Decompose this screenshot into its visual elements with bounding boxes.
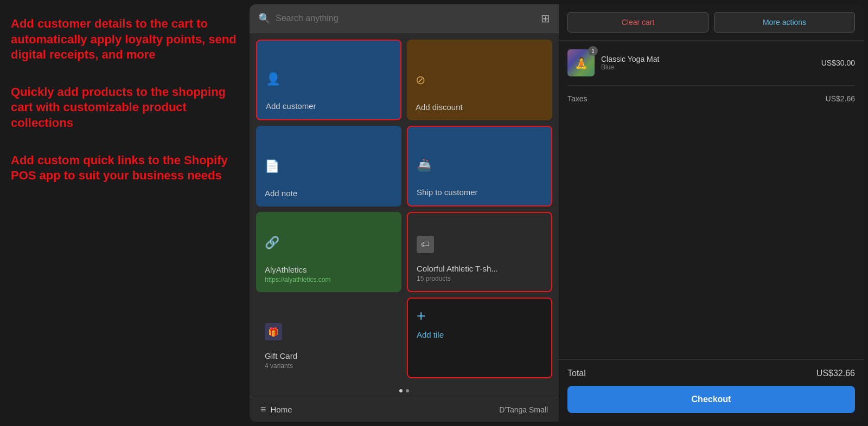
annotation-2: Quickly add products to the shopping car… <box>11 85 239 131</box>
item-details: Classic Yoga Mat Blue <box>601 55 815 71</box>
tile-colorful-label: Colorful Athletic T-sh... <box>417 264 542 273</box>
tile-aly-athletics[interactable]: 🔗 AlyAthletics https://alyathletics.com <box>256 212 401 293</box>
pos-main-panel: 🔍 ⊞ 👤 Add customer ⊘ Add discount 📄 Add … <box>250 4 559 422</box>
ship-icon: 🚢 <box>417 158 542 172</box>
tile-add-note[interactable]: 📄 Add note <box>256 126 401 206</box>
pagination-dot-2[interactable] <box>406 389 409 392</box>
tile-gift-sublabel: 4 variants <box>265 362 393 370</box>
plus-icon: + <box>417 307 425 325</box>
discount-icon: ⊘ <box>416 73 544 87</box>
tile-add-tile[interactable]: + Add tile <box>407 298 552 378</box>
tile-colorful-athletic[interactable]: 🏷 Colorful Athletic T-sh... 15 products <box>407 212 552 293</box>
tile-gift-card[interactable]: 🎁 Gift Card 4 variants <box>256 298 401 378</box>
product-image: 🧘 1 <box>567 49 595 76</box>
tile-ship-to-customer[interactable]: 🚢 Ship to customer <box>407 126 552 206</box>
tile-gift-label: Gift Card <box>265 351 393 360</box>
checkout-button[interactable]: Checkout <box>567 386 855 413</box>
tile-ship-to-customer-label: Ship to customer <box>417 188 542 197</box>
tile-add-note-label: Add note <box>265 189 393 198</box>
nav-home-label: Home <box>271 405 292 414</box>
search-bar: 🔍 ⊞ <box>250 4 559 33</box>
item-quantity-badge: 1 <box>588 46 598 56</box>
search-input[interactable] <box>276 14 535 23</box>
person-icon: 👤 <box>266 72 392 86</box>
tile-add-customer-label: Add customer <box>266 101 392 111</box>
item-variant: Blue <box>601 63 815 71</box>
cart-item: 🧘 1 Classic Yoga Mat Blue US$30.00 <box>567 49 855 76</box>
tile-add-discount-label: Add discount <box>416 102 544 112</box>
taxes-value: US$2.66 <box>826 94 855 103</box>
cart-total-row: Total US$32.66 <box>567 369 855 378</box>
tile-aly-athletics-label: AlyAthletics <box>265 265 393 274</box>
annotations-panel: Add customer details to the cart to auto… <box>0 0 250 426</box>
tile-add-customer[interactable]: 👤 Add customer <box>256 40 401 120</box>
cart-panel: Clear cart More actions 🧘 1 Classic Yoga… <box>559 4 864 422</box>
pos-container: 🔍 ⊞ 👤 Add customer ⊘ Add discount 📄 Add … <box>250 4 864 422</box>
barcode-icon: ⊞ <box>541 12 550 25</box>
search-icon: 🔍 <box>258 12 270 24</box>
link-icon: 🔗 <box>265 236 393 250</box>
tile-aly-athletics-url: https://alyathletics.com <box>265 276 393 283</box>
cart-header: Clear cart More actions <box>559 4 864 41</box>
tile-add-discount[interactable]: ⊘ Add discount <box>407 40 552 120</box>
nav-store-label: D'Tanga Small <box>499 405 548 414</box>
tile-colorful-sublabel: 15 products <box>417 275 542 282</box>
item-name: Classic Yoga Mat <box>601 55 815 63</box>
hamburger-icon: ≡ <box>260 404 266 415</box>
product-icon: 🏷 <box>417 236 434 253</box>
bottom-nav: ≡ Home D'Tanga Small <box>250 397 559 422</box>
total-label: Total <box>567 369 586 378</box>
cart-tax-row: Taxes US$2.66 <box>567 90 855 107</box>
cart-footer: Total US$32.66 Checkout <box>559 359 864 422</box>
gift-icon: 🎁 <box>265 323 282 340</box>
note-icon: 📄 <box>265 159 393 173</box>
more-actions-button[interactable]: More actions <box>714 12 855 33</box>
annotation-1: Add customer details to the cart to auto… <box>11 16 239 63</box>
item-price: US$30.00 <box>821 59 855 67</box>
tiles-grid: 👤 Add customer ⊘ Add discount 📄 Add note… <box>250 33 559 385</box>
taxes-label: Taxes <box>567 94 588 103</box>
tile-add-tile-label: Add tile <box>417 330 444 339</box>
annotation-3: Add custom quick links to the Shopify PO… <box>11 153 239 184</box>
clear-cart-button[interactable]: Clear cart <box>567 12 709 33</box>
cart-items: 🧘 1 Classic Yoga Mat Blue US$30.00 Taxes… <box>559 41 864 359</box>
total-value: US$32.66 <box>816 369 855 378</box>
pagination-dot-1[interactable] <box>399 389 403 392</box>
nav-home[interactable]: ≡ Home <box>260 404 292 415</box>
pagination <box>250 385 559 397</box>
cart-divider <box>567 85 855 86</box>
